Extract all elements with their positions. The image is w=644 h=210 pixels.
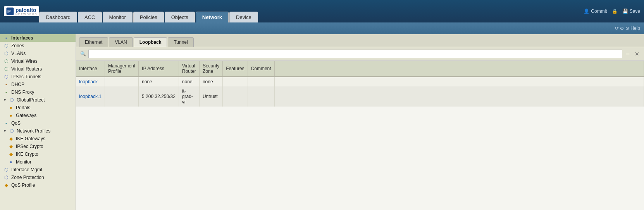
refresh-button[interactable]: ⟳	[615, 26, 619, 31]
table-body: loopbacknonenonenoneloopback.15.200.32.2…	[76, 77, 644, 107]
sidebar-label-portals: Portals	[16, 105, 30, 110]
interface-table: InterfaceManagement ProfileIP AddressVir…	[76, 61, 644, 107]
nav-tab-acc[interactable]: ACC	[78, 12, 102, 22]
sidebar-label-zones: Zones	[11, 43, 24, 48]
cell-row1-extra	[274, 86, 644, 107]
sidebar-icon-zones: ⬡	[3, 43, 9, 48]
sidebar-item-interface-mgmt[interactable]: ⬡Interface Mgmt	[0, 166, 76, 174]
sidebar-label-vlans: VLANs	[11, 51, 26, 56]
sidebar-item-qos-profile[interactable]: ◆QoS Profile	[0, 181, 76, 189]
search-input[interactable]	[88, 50, 622, 58]
cell-row0-col2: none	[139, 77, 179, 86]
content-area: EthernetVLANLoopbackTunnel 🔍 ─ ✕ Interfa…	[76, 34, 644, 210]
sidebar-icon-virtual-routers: ⬡	[3, 66, 9, 72]
col-features: Features	[223, 61, 248, 77]
sidebar-label-globalprotect: GlobalProtect	[17, 97, 45, 103]
cell-row0-extra	[274, 77, 644, 86]
topbar-actions: 👤 Commit 🔒 💾 Save	[584, 9, 640, 14]
sidebar-item-vlans[interactable]: ⬡VLANs	[0, 50, 76, 57]
help-button[interactable]: ⊙ ⊙ Help	[620, 26, 640, 31]
cell-row0-col1	[105, 77, 139, 86]
search-icon: 🔍	[80, 51, 86, 57]
col-interface: Interface	[76, 61, 105, 77]
sidebar-icon-ipsec-crypto: ◆	[8, 144, 14, 149]
save-button[interactable]: 💾 Save	[622, 9, 640, 14]
sidebar-item-monitor[interactable]: ●Monitor	[0, 158, 76, 166]
sidebar-label-ipsec-crypto: IPSec Crypto	[16, 144, 43, 149]
cell-row0-col6	[248, 77, 274, 86]
sidebar-item-ike-gateways[interactable]: ◆IKE Gateways	[0, 135, 76, 143]
interface-table-container: InterfaceManagement ProfileIP AddressVir…	[76, 61, 644, 210]
sidebar-item-ipsec-crypto[interactable]: ◆IPSec Crypto	[0, 143, 76, 150]
col-comment: Comment	[248, 61, 274, 77]
content-tab-tunnel[interactable]: Tunnel	[168, 37, 193, 47]
commit-label: Commit	[591, 9, 607, 14]
nav-tab-device[interactable]: Device	[229, 12, 258, 22]
cell-row1-col4: Untrust	[199, 86, 222, 107]
sidebar-label-qos-profile: QoS Profile	[11, 182, 35, 188]
cell-row1-col0[interactable]: loopback.1	[76, 86, 105, 107]
nav-tab-network[interactable]: Network	[196, 12, 229, 22]
nav-tab-monitor[interactable]: Monitor	[103, 12, 133, 22]
nav-tab-dashboard[interactable]: Dashboard	[39, 12, 77, 22]
col-extra	[274, 61, 644, 77]
sidebar-item-qos[interactable]: ▪QoS	[0, 119, 76, 127]
content-tab-ethernet[interactable]: Ethernet	[79, 37, 108, 47]
sidebar-item-ike-crypto[interactable]: ◆IKE Crypto	[0, 150, 76, 158]
svg-text:P: P	[7, 9, 11, 14]
sidebar-item-zones[interactable]: ⬡Zones	[0, 42, 76, 50]
sidebar-icon-interface-mgmt: ⬡	[3, 167, 9, 172]
sidebar-item-dhcp[interactable]: ▪DHCP	[0, 81, 76, 88]
search-minus-button[interactable]: ─	[624, 50, 632, 58]
content-tabs: EthernetVLANLoopbackTunnel	[76, 34, 644, 47]
sidebar-item-network-profiles[interactable]: ▼⬡Network Profiles	[0, 127, 76, 135]
commit-button[interactable]: 👤 Commit	[584, 9, 607, 14]
cell-row0-col0[interactable]: loopback	[76, 77, 105, 86]
sidebar-label-qos: QoS	[11, 120, 21, 126]
save-icon: 💾	[622, 9, 628, 14]
logo-sub: NETWORKS	[15, 13, 37, 15]
sidebar-label-monitor: Monitor	[16, 159, 31, 165]
sidebar-item-virtual-routers[interactable]: ⬡Virtual Routers	[0, 65, 76, 73]
table-row[interactable]: loopback.15.200.32.250/32it-grad-vrUntru…	[76, 86, 644, 107]
logo-area: P paloalto NETWORKS	[4, 6, 39, 16]
sidebar-label-interface-mgmt: Interface Mgmt	[11, 167, 42, 172]
commit-icon: 👤	[584, 9, 589, 14]
collapse-icon: ▼	[3, 98, 7, 102]
sidebar-icon-ipsec-tunnels: ⬡	[3, 74, 9, 79]
logo: P paloalto NETWORKS	[4, 6, 39, 16]
lock-button[interactable]: 🔒	[612, 9, 618, 14]
sidebar-icon-monitor: ●	[8, 159, 14, 165]
content-tab-loopback[interactable]: Loopback	[134, 37, 167, 47]
nav-tab-objects[interactable]: Objects	[165, 12, 195, 22]
sidebar-icon-vlans: ⬡	[3, 51, 9, 56]
sidebar-label-virtual-wires: Virtual Wires	[11, 59, 38, 64]
search-clear-button[interactable]: ✕	[633, 50, 641, 58]
search-icon-btn[interactable]: 🔍	[79, 50, 87, 58]
sidebar-item-dns-proxy[interactable]: ▪DNS Proxy	[0, 88, 76, 96]
sidebar-label-zone-protection: Zone Protection	[11, 175, 44, 180]
table-header-row: InterfaceManagement ProfileIP AddressVir…	[76, 61, 644, 77]
sidebar-item-zone-protection[interactable]: ⬡Zone Protection	[0, 174, 76, 181]
nav-tab-policies[interactable]: Policies	[133, 12, 164, 22]
paloalto-icon: P	[6, 7, 14, 15]
content-tab-vlan[interactable]: VLAN	[109, 37, 133, 47]
table-row[interactable]: loopbacknonenonenone	[76, 77, 644, 86]
sidebar-icon-ike-crypto: ◆	[8, 151, 14, 157]
col-mgmt-profile: Management Profile	[105, 61, 139, 77]
refresh-icon: ⟳	[615, 26, 619, 31]
sidebar-item-gateways[interactable]: ●Gateways	[0, 112, 76, 119]
search-bar: 🔍 ─ ✕	[76, 47, 644, 61]
table-header: InterfaceManagement ProfileIP AddressVir…	[76, 61, 644, 77]
main-nav: DashboardACCMonitorPoliciesObjectsNetwor…	[39, 0, 258, 22]
sidebar-item-virtual-wires[interactable]: ⬡Virtual Wires	[0, 57, 76, 65]
cell-row1-col1	[105, 86, 139, 107]
sidebar-item-globalprotect[interactable]: ▼⬡GlobalProtect	[0, 96, 76, 104]
sidebar-item-ipsec-tunnels[interactable]: ⬡IPSec Tunnels	[0, 73, 76, 81]
sidebar-label-gateways: Gateways	[16, 113, 36, 118]
save-label: Save	[630, 9, 640, 14]
sidebar-icon-dhcp: ▪	[3, 82, 9, 87]
topbar: P paloalto NETWORKS DashboardACCMonitorP…	[0, 0, 644, 22]
sidebar-item-interfaces[interactable]: ▪Interfaces	[0, 34, 76, 42]
sidebar-item-portals[interactable]: ●Portals	[0, 104, 76, 112]
